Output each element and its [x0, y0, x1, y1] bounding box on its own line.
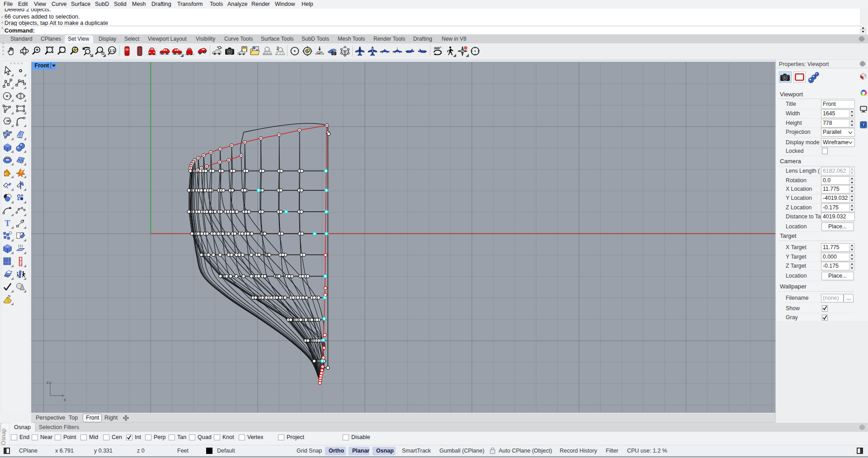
svg-text:1:1: 1:1	[109, 48, 115, 53]
svg-text:z: z	[47, 380, 49, 385]
svg-text:T: T	[5, 219, 10, 228]
svg-text:x: x	[64, 397, 66, 401]
svg-text:?: ?	[863, 123, 864, 127]
svg-text:360°: 360°	[434, 46, 441, 50]
